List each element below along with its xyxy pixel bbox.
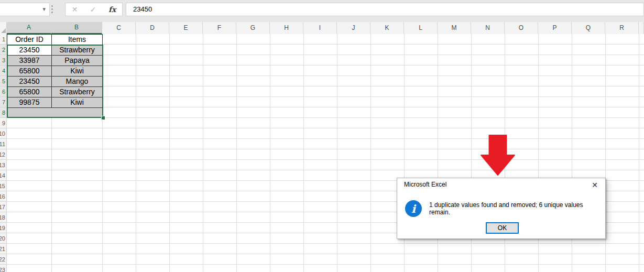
grid-vertical-line (136, 34, 136, 272)
column-header-R[interactable]: R (605, 22, 639, 34)
cell[interactable]: Kiwi (52, 66, 103, 77)
cell[interactable]: Kiwi (52, 97, 103, 108)
formula-toolbar: ▾ ✕ ✓ fx 23450 (0, 0, 644, 22)
column-header-M[interactable]: M (438, 22, 471, 34)
info-icon: i (405, 200, 422, 217)
close-icon[interactable]: ✕ (588, 180, 601, 190)
fill-handle[interactable] (101, 116, 105, 120)
column-header-B[interactable]: B (51, 22, 102, 34)
enter-icon[interactable]: ✓ (90, 5, 96, 14)
message-dialog: Microsoft Excel ✕ i 1 duplicate values f… (397, 178, 606, 239)
cell[interactable]: Strawberry (52, 87, 103, 97)
row-header-16[interactable]: 16 (0, 191, 6, 202)
grid-vertical-line (203, 34, 203, 272)
selected-empty-row[interactable] (7, 107, 102, 117)
row-header-21[interactable]: 21 (0, 244, 6, 254)
column-header-partial[interactable] (639, 22, 644, 34)
row-header-18[interactable]: 18 (0, 212, 6, 223)
row-header-9[interactable]: 9 (0, 118, 6, 128)
formula-buttons: ✕ ✓ fx (65, 3, 123, 16)
column-header-O[interactable]: O (505, 22, 538, 34)
row-header-5[interactable]: 5 (0, 76, 6, 86)
column-header-J[interactable]: J (337, 22, 370, 34)
table-row: 23450Strawberry (7, 45, 103, 56)
grid-vertical-line (236, 34, 237, 272)
row-header-14[interactable]: 14 (0, 170, 6, 181)
cell[interactable]: 23450 (7, 77, 52, 87)
grid-vertical-line (370, 34, 371, 272)
column-header-G[interactable]: G (236, 22, 270, 34)
grid-vertical-line (337, 34, 337, 272)
dialog-message: 1 duplicate values found and removed; 6 … (429, 201, 601, 216)
red-arrow-annotation (479, 135, 516, 176)
select-all-corner[interactable] (0, 22, 7, 34)
column-header-E[interactable]: E (169, 22, 203, 34)
ok-button[interactable]: OK (486, 222, 519, 234)
column-header-K[interactable]: K (370, 22, 404, 34)
row-header-17[interactable]: 17 (0, 202, 6, 212)
cell[interactable]: 99875 (7, 97, 52, 108)
grid-vertical-line (303, 34, 304, 272)
grid-vertical-line (639, 34, 639, 272)
cell[interactable]: Papaya (52, 56, 103, 66)
table-row: 65800Strawberry (7, 87, 103, 97)
column-header-D[interactable]: D (136, 22, 169, 34)
column-header-P[interactable]: P (538, 22, 572, 34)
table-row: 23450Mango (7, 77, 103, 87)
excel-window: ▾ ✕ ✓ fx 23450 ABCDEFGHIJKLMNOPQR 123456… (0, 0, 644, 272)
column-header-Q[interactable]: Q (572, 22, 605, 34)
cell[interactable]: Order ID (7, 35, 52, 45)
row-header-4[interactable]: 4 (0, 66, 6, 76)
column-header-L[interactable]: L (404, 22, 438, 34)
row-header-3[interactable]: 3 (0, 55, 6, 66)
row-header-11[interactable]: 11 (0, 139, 6, 149)
row-header-23[interactable]: 23 (0, 265, 6, 272)
row-header-13[interactable]: 13 (0, 160, 6, 170)
cancel-icon[interactable]: ✕ (72, 5, 78, 14)
red-arrow-shape (481, 135, 515, 175)
row-header-22[interactable]: 22 (0, 254, 6, 265)
row-header-7[interactable]: 7 (0, 97, 6, 107)
row-header-12[interactable]: 12 (0, 149, 6, 160)
data-table: Order IDItems23450Strawberry33987Papaya6… (7, 34, 103, 108)
row-header-6[interactable]: 6 (0, 86, 6, 97)
column-header-N[interactable]: N (471, 22, 505, 34)
cell[interactable]: Mango (52, 77, 103, 87)
dialog-content: i 1 duplicate values found and removed; … (405, 200, 601, 217)
row-header-8[interactable]: 8 (0, 107, 6, 118)
cell[interactable]: 33987 (7, 56, 52, 66)
name-box[interactable]: ▾ (0, 3, 50, 16)
grid-vertical-line (169, 34, 170, 272)
name-box-dropdown-icon[interactable]: ▾ (42, 6, 46, 13)
row-header-15[interactable]: 15 (0, 181, 6, 191)
row-header-19[interactable]: 19 (0, 223, 6, 233)
cell[interactable]: Items (52, 35, 103, 45)
column-header-I[interactable]: I (303, 22, 337, 34)
cell[interactable]: 65800 (7, 66, 52, 77)
active-cell-A2[interactable]: 23450 (7, 45, 52, 56)
column-header-F[interactable]: F (203, 22, 236, 34)
column-header-H[interactable]: H (270, 22, 303, 34)
row-header-2[interactable]: 2 (0, 45, 6, 55)
table-row: 65800Kiwi (7, 66, 103, 77)
grid-vertical-line (270, 34, 270, 272)
toolbar-separator-dots (51, 5, 53, 13)
formula-bar-input[interactable]: 23450 (126, 3, 644, 16)
row-header-10[interactable]: 10 (0, 128, 6, 139)
cell[interactable]: Strawberry (52, 45, 103, 56)
table-row: Order IDItems (7, 35, 103, 45)
row-header-20[interactable]: 20 (0, 233, 6, 244)
table-row: 99875Kiwi (7, 97, 103, 108)
column-header-A[interactable]: A (7, 22, 51, 34)
table-row: 33987Papaya (7, 56, 103, 66)
row-headers: 1234567891011121314151617181920212223 (0, 34, 7, 272)
column-header-C[interactable]: C (102, 22, 136, 34)
row-header-1[interactable]: 1 (0, 34, 6, 45)
insert-function-icon[interactable]: fx (108, 5, 116, 14)
dialog-title: Microsoft Excel (404, 181, 446, 188)
cell[interactable]: 65800 (7, 87, 52, 97)
corner-triangle-icon (1, 28, 6, 33)
column-headers: ABCDEFGHIJKLMNOPQR (0, 22, 644, 34)
